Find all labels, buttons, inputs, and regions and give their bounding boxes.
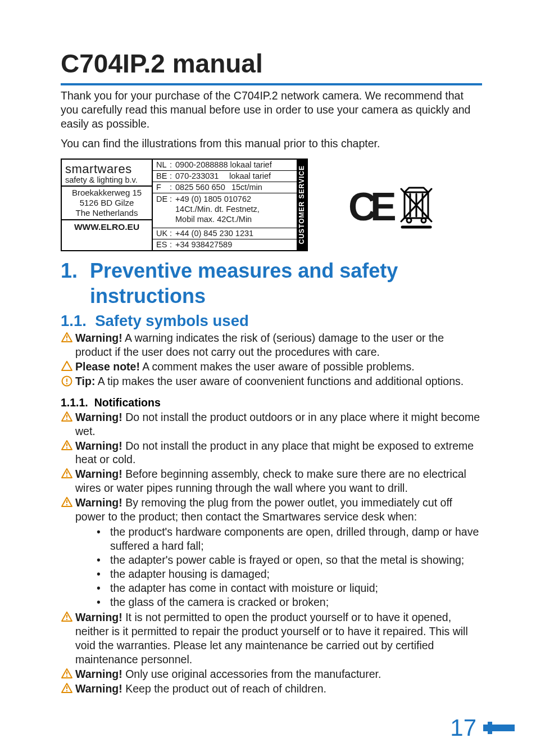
brand-subtitle: safety & lighting b.v. — [65, 175, 148, 184]
svg-point-2 — [421, 218, 426, 223]
brand-name: smartwares — [65, 162, 148, 176]
svg-point-20 — [66, 619, 67, 620]
contact-row-nl: NL : 0900-2088888 lokaal tarief — [153, 160, 297, 171]
colon: : — [170, 194, 175, 203]
warning-triangle-icon — [61, 682, 73, 693]
contact-table: smartwares safety & lighting b.v. Broeka… — [61, 159, 308, 251]
contact-row-be: BE : 070-233031 lokaal tarief — [153, 171, 297, 182]
bullet-3: the adapter housing is damaged; — [92, 567, 482, 581]
address-cell: Broekakkerweg 15 5126 BD Gilze The Nethe… — [62, 187, 152, 220]
symbol-text: Tip: A tip makes the user aware of coonv… — [75, 374, 482, 388]
phone-value: 0900-2088888 lokaal tarief — [175, 160, 272, 169]
customer-service-side-label: CUSTOMER SERVICE — [297, 160, 307, 250]
manual-page: C704IP.2 manual Thank you for your purch… — [0, 0, 536, 756]
svg-point-18 — [66, 504, 67, 505]
notification-w1: Warning! Do not install the product outd… — [61, 410, 482, 438]
country-code: UK — [156, 229, 170, 238]
note-triangle-icon — [61, 360, 73, 371]
phone-value: 0825 560 650 15ct/min — [175, 183, 262, 192]
warning-triangle-icon — [61, 410, 73, 422]
section-title: Safety symbols used — [95, 312, 249, 329]
website-cell: WWW.ELRO.EU — [62, 220, 152, 233]
country-code: DE — [156, 194, 170, 203]
notification-w2: Warning! Do not install the product in a… — [61, 439, 482, 467]
colon: : — [170, 171, 175, 180]
notification-w4: Warning! By removing the plug from the p… — [61, 496, 482, 524]
notification-w6: Warning! Only use original accessories f… — [61, 667, 482, 681]
phone-value: +49 (0) 1805 010762 14Ct./Min. dt. Festn… — [175, 194, 260, 224]
notification-text: Warning! Do not install the product in a… — [75, 439, 482, 467]
contact-company-column: smartwares safety & lighting b.v. Broeka… — [62, 160, 152, 250]
colon: : — [170, 229, 175, 238]
svg-point-14 — [66, 447, 67, 448]
section-heading-1-1: 1.1. Safety symbols used — [61, 312, 482, 330]
bullet-4: the adapter has come in contact with moi… — [92, 581, 482, 595]
footer-bar-icon — [483, 725, 515, 731]
svg-point-7 — [66, 339, 67, 341]
ce-mark-icon: C E — [348, 187, 392, 227]
phone-value: +34 938427589 — [175, 240, 232, 249]
notification-text: Warning! Keep the product out of reach o… — [75, 682, 482, 696]
warning-triangle-icon — [61, 467, 73, 478]
country-code: NL — [156, 160, 170, 169]
subsection-heading-1-1-1: 1.1.1. Notifications — [61, 396, 482, 409]
contact-row: smartwares safety & lighting b.v. Broeka… — [61, 159, 482, 251]
page-number: 17 — [450, 714, 476, 741]
symbol-warning-row: Warning! A warning indicates the risk of… — [61, 331, 482, 359]
chapter-number: 1. — [61, 258, 90, 309]
country-code: BE — [156, 171, 170, 180]
warning-triangle-icon — [61, 667, 73, 678]
svg-point-12 — [66, 418, 67, 419]
warning-triangle-icon — [61, 331, 73, 342]
country-code: F — [156, 183, 170, 192]
colon: : — [170, 160, 175, 169]
notification-bullets: the product's hardware components are op… — [92, 525, 482, 609]
contact-row-de: DE : +49 (0) 1805 010762 14Ct./Min. dt. … — [153, 193, 297, 228]
subsection-number: 1.1.1. — [61, 396, 88, 409]
warning-triangle-icon — [61, 496, 73, 507]
warning-triangle-icon — [61, 439, 73, 450]
colon: : — [170, 183, 175, 192]
svg-point-16 — [66, 476, 67, 477]
chapter-title: Preventive measures and safety instructi… — [90, 258, 482, 309]
notification-w5: Warning! It is not permitted to open the… — [61, 610, 482, 667]
tip-circle-icon — [61, 374, 73, 387]
colon: : — [170, 240, 175, 249]
phone-value: +44 (0) 845 230 1231 — [175, 229, 253, 238]
manual-title: C704IP.2 manual — [61, 48, 482, 85]
symbol-note-row: Please note! A comment makes the user aw… — [61, 360, 482, 374]
phone-value: 070-233031 lokaal tarief — [175, 171, 271, 180]
symbol-tip-row: Tip: A tip makes the user aware of coonv… — [61, 374, 482, 388]
warning-triangle-icon — [61, 610, 73, 622]
svg-point-24 — [66, 690, 67, 691]
svg-point-10 — [66, 383, 67, 384]
compliance-marks: C E — [348, 159, 435, 229]
contact-row-fr: F : 0825 560 650 15ct/min — [153, 182, 297, 193]
notification-text: Warning! Only use original accessories f… — [75, 667, 482, 681]
symbol-text: Please note! A comment makes the user aw… — [75, 360, 482, 374]
page-footer: 17 — [450, 714, 515, 741]
contact-numbers-column: NL : 0900-2088888 lokaal tarief BE : 070… — [152, 160, 297, 250]
address-line-3: The Netherlands — [65, 208, 148, 218]
bullet-5: the glass of the camera is cracked or br… — [92, 595, 482, 609]
bullet-2: the adapter's power cable is frayed or o… — [92, 553, 482, 567]
svg-point-22 — [66, 676, 67, 677]
address-line-1: Broekakkerweg 15 — [65, 188, 148, 198]
address-line-2: 5126 BD Gilze — [65, 198, 148, 208]
company-cell: smartwares safety & lighting b.v. — [62, 160, 152, 187]
symbol-text: Warning! A warning indicates the risk of… — [75, 331, 482, 359]
notification-w7: Warning! Keep the product out of reach o… — [61, 682, 482, 696]
bullet-1: the product's hardware components are op… — [92, 525, 482, 553]
chapter-heading: 1. Preventive measures and safety instru… — [61, 258, 482, 309]
country-code: ES — [156, 240, 170, 249]
subsection-title: Notifications — [94, 396, 161, 409]
notification-w3: Warning! Before beginning assembly, chec… — [61, 467, 482, 495]
notification-text: Warning! By removing the plug from the p… — [75, 496, 482, 524]
notification-text: Warning! It is not permitted to open the… — [75, 610, 482, 667]
section-number: 1.1. — [61, 312, 87, 329]
contact-row-es: ES : +34 938427589 — [153, 239, 297, 250]
svg-point-1 — [407, 218, 411, 223]
contact-row-uk: UK : +44 (0) 845 230 1231 — [153, 228, 297, 239]
intro-text-1: Thank you for your purchase of the C704I… — [61, 89, 482, 131]
intro-text-2: You can find the illustrations from this… — [61, 137, 482, 151]
